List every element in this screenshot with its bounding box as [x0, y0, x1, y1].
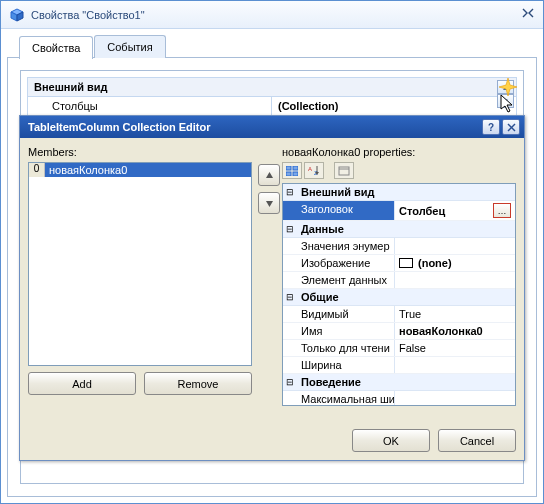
- svg-rect-8: [286, 166, 291, 170]
- cancel-button[interactable]: Cancel: [438, 429, 516, 452]
- dialog-close-icon[interactable]: [502, 119, 520, 135]
- add-button[interactable]: Add: [28, 372, 136, 395]
- bg-group-appearance[interactable]: Внешний вид: [27, 77, 517, 97]
- svg-text:A: A: [308, 166, 312, 172]
- prop-row-maxwidth[interactable]: Максимальная ши: [283, 391, 515, 406]
- svg-marker-6: [266, 172, 273, 178]
- dialog-buttons: OK Cancel: [352, 429, 516, 452]
- titlebar: Свойства "Свойство1": [1, 1, 543, 29]
- cursor-icon: [500, 94, 516, 116]
- move-down-button[interactable]: [258, 192, 280, 214]
- tab-properties[interactable]: Свойства: [19, 36, 93, 59]
- svg-rect-10: [286, 172, 291, 176]
- window-title: Свойства "Свойство1": [31, 9, 521, 21]
- property-pages-icon[interactable]: [334, 162, 354, 179]
- prop-row-dataelement[interactable]: Элемент данных: [283, 272, 515, 289]
- list-item[interactable]: 0 новаяКолонка0: [29, 163, 251, 177]
- tab-strip: Свойства События: [19, 35, 537, 58]
- bg-prop-name: Столбцы: [28, 97, 272, 115]
- remove-button[interactable]: Remove: [144, 372, 252, 395]
- collapse-icon[interactable]: ⊟: [283, 292, 297, 302]
- group-appearance[interactable]: ⊟Внешний вид: [283, 184, 515, 201]
- svg-rect-16: [339, 167, 349, 175]
- members-label: Members:: [28, 146, 252, 158]
- group-behavior[interactable]: ⊟Поведение: [283, 374, 515, 391]
- dialog-title: TableItemColumn Collection Editor: [28, 121, 482, 133]
- bg-prop-value: (Collection): [272, 97, 516, 115]
- cube-icon: [9, 7, 25, 23]
- group-data[interactable]: ⊟Данные: [283, 221, 515, 238]
- dialog-body: Members: 0 новаяКолонка0 Add Remove: [20, 138, 524, 460]
- collapse-icon[interactable]: ⊟: [283, 377, 297, 387]
- members-panel: Members: 0 новаяКолонка0 Add Remove: [28, 146, 252, 406]
- alphabetical-icon[interactable]: AZ: [304, 162, 324, 179]
- properties-panel: новаяКолонка0 properties: AZ ⊟Внешний ви…: [282, 146, 516, 406]
- prop-row-enum[interactable]: Значения энумер: [283, 238, 515, 255]
- grid-scroll-buttons: ▲ ▼: [497, 80, 514, 108]
- svg-rect-9: [293, 166, 298, 170]
- property-grid[interactable]: ⊟Внешний вид Заголовок Столбец… ⊟Данные …: [282, 183, 516, 406]
- close-icon[interactable]: [521, 7, 535, 23]
- prop-row-visible[interactable]: ВидимыйTrue: [283, 306, 515, 323]
- svg-rect-11: [293, 172, 298, 176]
- member-name: новаяКолонка0: [45, 163, 251, 177]
- dialog-titlebar: TableItemColumn Collection Editor ?: [20, 116, 524, 138]
- ok-button[interactable]: OK: [352, 429, 430, 452]
- categorized-icon[interactable]: [282, 162, 302, 179]
- group-general[interactable]: ⊟Общие: [283, 289, 515, 306]
- members-list[interactable]: 0 новаяКолонка0: [28, 162, 252, 366]
- collapse-icon[interactable]: ⊟: [283, 224, 297, 234]
- properties-label: новаяКолонка0 properties:: [282, 146, 516, 158]
- member-index: 0: [29, 163, 45, 177]
- prop-row-header[interactable]: Заголовок Столбец…: [283, 201, 515, 221]
- scroll-up-button[interactable]: ▲: [497, 80, 514, 94]
- svg-marker-7: [266, 201, 273, 207]
- collection-editor-dialog: TableItemColumn Collection Editor ? Memb…: [19, 115, 525, 461]
- prop-row-width[interactable]: Ширина: [283, 357, 515, 374]
- help-icon[interactable]: ?: [482, 119, 500, 135]
- prop-row-readonly[interactable]: Только для чтениFalse: [283, 340, 515, 357]
- bg-row-columns[interactable]: Столбцы (Collection): [27, 97, 517, 116]
- image-swatch: [399, 258, 413, 268]
- tab-events[interactable]: События: [94, 35, 165, 58]
- ellipsis-button[interactable]: …: [493, 203, 511, 218]
- move-up-button[interactable]: [258, 164, 280, 186]
- prop-row-name[interactable]: ИмяноваяКолонка0: [283, 323, 515, 340]
- collapse-icon[interactable]: ⊟: [283, 187, 297, 197]
- property-grid-toolbar: AZ: [282, 162, 516, 179]
- prop-row-image[interactable]: Изображение(none): [283, 255, 515, 272]
- reorder-panel: [252, 146, 282, 406]
- properties-window: Свойства "Свойство1" Свойства События ▲ …: [0, 0, 544, 504]
